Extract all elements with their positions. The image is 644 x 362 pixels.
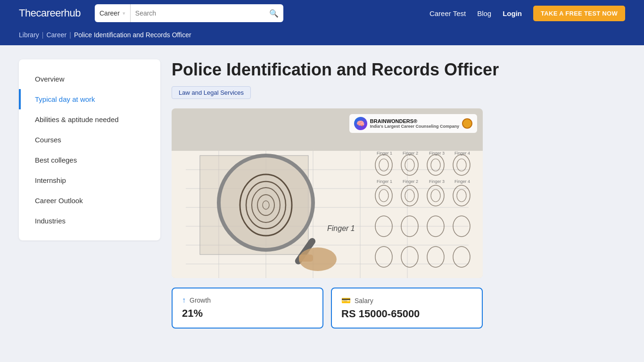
sidebar-item-courses[interactable]: Courses	[19, 130, 160, 150]
header: Thecareerhub Career ▾ 🔍 Career Test Blog…	[0, 0, 644, 26]
login-link[interactable]: Login	[503, 9, 522, 17]
sidebar-item-overview[interactable]: Overview	[19, 69, 160, 89]
search-bar: Career ▾ 🔍	[95, 4, 283, 22]
brainwonders-emblem	[462, 118, 472, 129]
svg-text:Finger 1: Finger 1	[327, 224, 355, 232]
blog-link[interactable]: Blog	[477, 9, 491, 17]
career-image: Finger 1 Finger 1 Finger 2 Finger 3 Fing…	[172, 108, 483, 278]
breadcrumb-current: Police Identification and Records Office…	[74, 31, 191, 39]
growth-up-icon: ↑	[182, 296, 186, 304]
svg-text:Finger 3: Finger 3	[429, 179, 445, 184]
stats-row: ↑ Growth 21% 💳 Salary RS 15000-65000	[172, 288, 483, 329]
salary-card: 💳 Salary RS 15000-65000	[331, 288, 483, 329]
page-title: Police Identification and Records Office…	[172, 59, 625, 80]
svg-text:Finger 4: Finger 4	[454, 151, 470, 156]
svg-text:Finger 2: Finger 2	[403, 151, 418, 156]
career-test-link[interactable]: Career Test	[429, 9, 466, 17]
salary-label: Salary	[355, 297, 373, 304]
svg-rect-21	[299, 255, 313, 262]
brainwonders-badge: 🧠 BRAINWONDERS® India's Largest Career C…	[349, 114, 477, 133]
breadcrumb: Library | Career | Police Identification…	[0, 26, 644, 45]
breadcrumb-sep-1: |	[42, 31, 44, 39]
breadcrumb-library[interactable]: Library	[19, 31, 39, 39]
svg-text:Finger 3: Finger 3	[429, 151, 445, 156]
svg-text:Finger 2: Finger 2	[403, 179, 418, 184]
svg-text:Finger 1: Finger 1	[377, 179, 392, 184]
growth-label: Growth	[190, 296, 211, 304]
sidebar-item-best-colleges[interactable]: Best colleges	[19, 150, 160, 170]
sidebar-item-typical-day[interactable]: Typical day at work	[19, 89, 160, 109]
logo-light: hub	[64, 7, 81, 19]
free-test-button[interactable]: TAKE A FREE TEST NOW	[533, 6, 625, 21]
grid-lines: Finger 1 Finger 1 Finger 2 Finger 3 Fing…	[172, 108, 483, 278]
main-content: Overview Typical day at work Abilities &…	[0, 45, 644, 343]
brainwonders-sub: India's Largest Career Counseling Compan…	[370, 124, 459, 129]
salary-label-row: 💳 Salary	[341, 296, 472, 305]
chevron-down-icon: ▾	[123, 10, 125, 16]
breadcrumb-career[interactable]: Career	[46, 31, 66, 39]
category-tag[interactable]: Law and Legal Services	[172, 86, 251, 99]
site-logo[interactable]: Thecareerhub	[19, 7, 81, 19]
search-input[interactable]	[131, 9, 264, 17]
brainwonders-name: BRAINWONDERS®	[370, 118, 459, 124]
logo-bold: Thecareer	[19, 7, 64, 19]
search-icon[interactable]: 🔍	[264, 9, 283, 18]
fingerprint-illustration: Finger 1 Finger 1 Finger 2 Finger 3 Fing…	[172, 108, 483, 278]
breadcrumb-sep-2: |	[69, 31, 71, 39]
search-dropdown[interactable]: Career ▾	[95, 4, 131, 22]
sidebar-item-industries[interactable]: Industries	[19, 211, 160, 231]
growth-label-row: ↑ Growth	[182, 296, 313, 304]
brainwonders-logo-icon: 🧠	[354, 117, 367, 130]
sidebar-item-abilities[interactable]: Abilities & aptitude needed	[19, 109, 160, 130]
growth-card: ↑ Growth 21%	[172, 288, 323, 329]
svg-text:Finger 4: Finger 4	[454, 179, 470, 184]
salary-value: RS 15000-65000	[341, 308, 472, 320]
sidebar-item-internship[interactable]: Internship	[19, 170, 160, 190]
sidebar-item-career-outlook[interactable]: Career Outlook	[19, 190, 160, 211]
svg-text:Finger 1: Finger 1	[377, 151, 392, 156]
search-dropdown-label: Career	[99, 9, 120, 17]
sidebar: Overview Typical day at work Abilities &…	[19, 59, 160, 240]
growth-value: 21%	[182, 307, 313, 320]
content-area: Police Identification and Records Office…	[172, 59, 625, 329]
salary-card-icon: 💳	[341, 296, 351, 305]
nav-links: Career Test Blog Login TAKE A FREE TEST …	[429, 6, 625, 21]
